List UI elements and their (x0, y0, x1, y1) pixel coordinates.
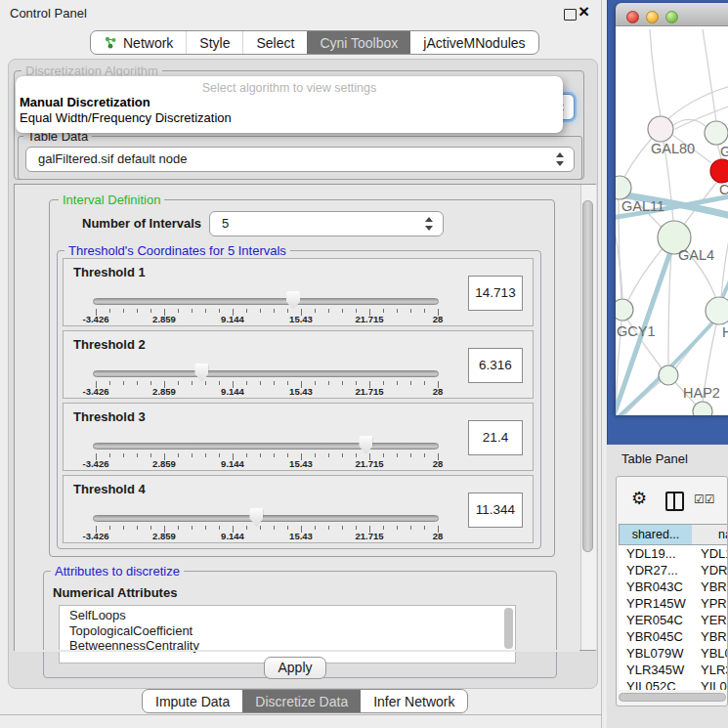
tick-mark (410, 526, 411, 530)
threshold-value-field[interactable]: 21.4 (468, 420, 523, 455)
network-node-ga[interactable] (705, 121, 728, 145)
network-node[interactable] (693, 402, 712, 415)
column-layout-icon[interactable] (665, 492, 684, 511)
tick-mark (287, 526, 288, 530)
slider-track[interactable] (93, 370, 439, 377)
close-traffic-light-icon[interactable] (626, 11, 639, 23)
table-data-combo[interactable]: galFiltered.sif default node (25, 147, 575, 172)
apply-button[interactable]: Apply (264, 657, 326, 679)
dropdown-item-equal-width-frequency[interactable]: Equal Width/Frequency Discretization (16, 110, 563, 126)
minimize-traffic-light-icon[interactable] (646, 11, 659, 23)
screen: Control Panel × NetworkStyleSelectCyni T… (0, 0, 728, 728)
attributes-list-scrollbar[interactable] (504, 608, 513, 649)
slider-handle[interactable] (286, 291, 300, 310)
attributes-list[interactable]: SelfLoopsTopologicalCoefficientBetweenne… (59, 605, 516, 664)
threshold-panel-4: Threshold 4-3.4262.8599.14415.4321.71528… (63, 475, 534, 543)
tick-mark (315, 526, 316, 530)
bottom-tab-discretize-data[interactable]: Discretize Data (242, 690, 361, 712)
table-row[interactable]: YDL19...YDL1 (619, 545, 728, 562)
threshold-value-field[interactable]: 11.344 (468, 492, 523, 528)
tick-label: 9.144 (221, 531, 244, 541)
tick-mark (192, 381, 193, 385)
slider-handle[interactable] (249, 508, 263, 527)
float-window-icon[interactable] (564, 9, 577, 21)
table-rows: YDL19...YDL1YDR27...YDR2YBR043CYBR0YPR14… (619, 545, 728, 690)
gear-icon[interactable]: ⚙ (631, 488, 647, 509)
number-of-intervals-combo[interactable]: 5 (209, 211, 444, 236)
tick-mark (219, 526, 220, 530)
tab-label: Impute Data (155, 694, 230, 709)
tick-label: 15.43 (289, 314, 313, 324)
tick-mark (205, 381, 206, 385)
tick-mark (150, 309, 151, 313)
cell-shared-name: YDL19... (626, 546, 676, 561)
network-node-h[interactable] (706, 297, 728, 324)
tab-cyni-toolbox[interactable]: Cyni Toolbox (307, 31, 410, 54)
network-node-label: GCY1 (617, 323, 656, 339)
tab-jactivemnodules[interactable]: jActiveMNodules (410, 31, 537, 54)
tick-mark (137, 309, 138, 313)
tab-select[interactable]: Select (242, 31, 307, 54)
tick-mark (219, 453, 220, 457)
table-row[interactable]: YER054CYER0 (619, 612, 728, 628)
table-row[interactable]: YBR043CYBR0 (619, 578, 728, 595)
network-node-gal80[interactable] (648, 116, 673, 142)
threshold-value-field[interactable]: 6.316 (468, 348, 523, 383)
slider-track[interactable] (93, 298, 439, 305)
table-row[interactable]: YDR27...YDR2 (619, 562, 728, 578)
tick-mark (260, 453, 261, 457)
slider-track[interactable] (93, 443, 439, 450)
tick-label: -3.426 (83, 531, 109, 541)
tick-mark (219, 381, 220, 385)
tick-mark (178, 453, 179, 457)
cell-name: YBR0 (701, 579, 728, 594)
tab-label: jActiveMNodules (423, 35, 525, 51)
table-row[interactable]: YLR345WYLR3 (619, 662, 728, 678)
tick-mark (150, 381, 151, 385)
column-header-shared[interactable]: shared... (619, 524, 693, 545)
tick-mark (246, 309, 247, 313)
tab-style[interactable]: Style (186, 31, 242, 54)
network-node-label: C (719, 182, 728, 197)
network-window-titlebar[interactable] (616, 3, 728, 26)
network-view-window[interactable]: GAL80GACGAL11GAL4GCY1HHAP2 (616, 3, 728, 415)
cell-name: YPR1 (701, 596, 728, 611)
cell-name: YER0 (701, 613, 728, 627)
tick-mark (315, 309, 316, 313)
select-columns-icon[interactable]: ☑☑ (694, 492, 715, 506)
table-row[interactable]: YBR045CYBR0 (619, 628, 728, 645)
slider-handle[interactable] (194, 364, 208, 382)
attribute-item-selfloops[interactable]: SelfLoops (60, 608, 515, 623)
tick-mark (424, 453, 425, 457)
close-icon[interactable]: × (578, 1, 589, 22)
table-row[interactable]: YPR145WYPR1 (619, 595, 728, 612)
table-row[interactable]: YBL079WYBL0 (619, 645, 728, 662)
tab-network[interactable]: Network (91, 31, 186, 54)
table-row[interactable]: YIL052CYIL0 (619, 678, 728, 690)
tick-label: 9.144 (221, 386, 244, 397)
tick-label: 2.859 (152, 531, 176, 541)
attribute-item-topologicalcoefficient[interactable]: TopologicalCoefficient (60, 623, 515, 639)
dropdown-item-manual-discretization[interactable]: Manual Discretization (16, 95, 563, 110)
tick-mark (150, 453, 151, 457)
tick-mark (342, 526, 343, 530)
bottom-tab-impute-data[interactable]: Impute Data (143, 690, 242, 712)
bottom-tab-infer-network[interactable]: Infer Network (361, 690, 467, 712)
column-header-name[interactable]: na (692, 524, 728, 545)
table-hscrollbar[interactable] (619, 693, 726, 702)
slider-handle[interactable] (359, 436, 372, 454)
panel-scrollbar-thumb[interactable] (582, 200, 593, 552)
tick-mark (424, 309, 425, 313)
tick-mark (356, 381, 357, 385)
tick-mark (123, 526, 124, 530)
network-node-gcy1[interactable] (616, 299, 633, 321)
network-canvas[interactable]: GAL80GACGAL11GAL4GCY1HHAP2 (616, 26, 728, 415)
network-node-c[interactable] (710, 159, 728, 183)
threshold-value-field[interactable]: 14.713 (468, 276, 523, 311)
tick-mark (356, 309, 357, 313)
slider-track[interactable] (93, 515, 439, 522)
network-node-hap2[interactable] (659, 365, 678, 385)
zoom-traffic-light-icon[interactable] (665, 11, 678, 23)
threshold-label: Threshold 3 (73, 409, 146, 424)
threshold-panel-3: Threshold 3-3.4262.8599.14415.4321.71528… (63, 403, 534, 471)
